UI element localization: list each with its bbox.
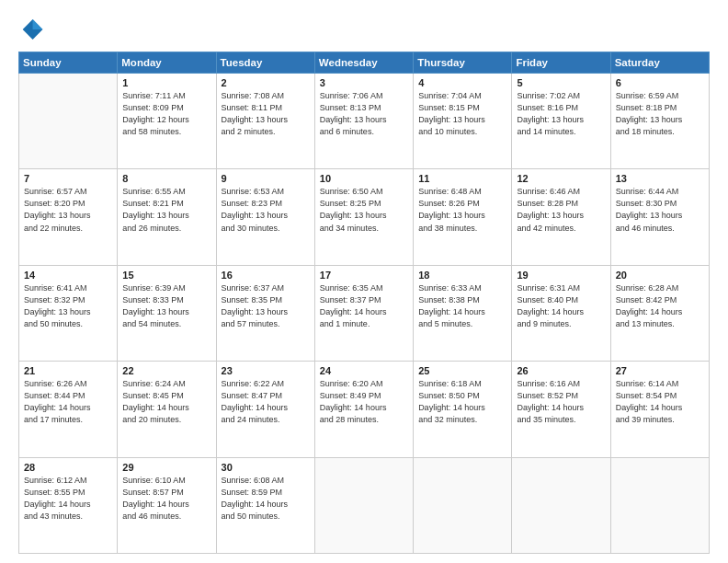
day-info: Sunrise: 6:31 AM Sunset: 8:40 PM Dayligh… xyxy=(517,282,605,330)
calendar-cell: 3Sunrise: 7:06 AM Sunset: 8:13 PM Daylig… xyxy=(314,74,413,169)
day-info: Sunrise: 6:50 AM Sunset: 8:25 PM Dayligh… xyxy=(320,186,408,234)
calendar-cell: 27Sunrise: 6:14 AM Sunset: 8:54 PM Dayli… xyxy=(610,362,709,457)
day-info: Sunrise: 6:41 AM Sunset: 8:32 PM Dayligh… xyxy=(24,282,112,330)
day-number: 10 xyxy=(320,173,408,184)
calendar-cell: 9Sunrise: 6:53 AM Sunset: 8:23 PM Daylig… xyxy=(216,169,314,265)
day-info: Sunrise: 6:48 AM Sunset: 8:26 PM Dayligh… xyxy=(418,186,506,234)
day-number: 9 xyxy=(222,173,310,184)
calendar-cell xyxy=(610,457,709,553)
calendar-cell: 5Sunrise: 7:02 AM Sunset: 8:16 PM Daylig… xyxy=(512,74,610,169)
calendar-cell: 22Sunrise: 6:24 AM Sunset: 8:45 PM Dayli… xyxy=(118,362,216,457)
day-info: Sunrise: 7:02 AM Sunset: 8:16 PM Dayligh… xyxy=(517,90,605,138)
day-number: 25 xyxy=(418,365,506,376)
calendar-cell: 19Sunrise: 6:31 AM Sunset: 8:40 PM Dayli… xyxy=(512,265,610,361)
weekday-header-wednesday: Wednesday xyxy=(314,52,413,74)
calendar-cell: 23Sunrise: 6:22 AM Sunset: 8:47 PM Dayli… xyxy=(216,362,314,457)
calendar-cell: 15Sunrise: 6:39 AM Sunset: 8:33 PM Dayli… xyxy=(118,265,216,361)
day-number: 4 xyxy=(418,77,506,88)
calendar-cell: 7Sunrise: 6:57 AM Sunset: 8:20 PM Daylig… xyxy=(19,169,118,265)
calendar-cell xyxy=(414,457,512,553)
day-number: 14 xyxy=(24,270,112,281)
calendar-cell xyxy=(512,457,610,553)
week-row-4: 21Sunrise: 6:26 AM Sunset: 8:44 PM Dayli… xyxy=(19,362,710,457)
weekday-header-saturday: Saturday xyxy=(610,52,709,74)
calendar-cell: 4Sunrise: 7:04 AM Sunset: 8:15 PM Daylig… xyxy=(414,74,512,169)
day-number: 8 xyxy=(122,173,210,184)
week-row-2: 7Sunrise: 6:57 AM Sunset: 8:20 PM Daylig… xyxy=(19,169,710,265)
calendar-cell: 18Sunrise: 6:33 AM Sunset: 8:38 PM Dayli… xyxy=(414,265,512,361)
day-number: 30 xyxy=(222,462,310,473)
day-number: 15 xyxy=(122,270,210,281)
weekday-header-monday: Monday xyxy=(118,52,216,74)
day-info: Sunrise: 6:59 AM Sunset: 8:18 PM Dayligh… xyxy=(616,90,704,138)
day-number: 19 xyxy=(517,270,605,281)
day-number: 27 xyxy=(616,365,704,376)
day-info: Sunrise: 6:24 AM Sunset: 8:45 PM Dayligh… xyxy=(122,378,210,426)
day-info: Sunrise: 6:22 AM Sunset: 8:47 PM Dayligh… xyxy=(222,378,310,426)
header xyxy=(18,17,710,42)
day-info: Sunrise: 6:20 AM Sunset: 8:49 PM Dayligh… xyxy=(320,378,408,426)
calendar-cell: 8Sunrise: 6:55 AM Sunset: 8:21 PM Daylig… xyxy=(118,169,216,265)
day-info: Sunrise: 6:55 AM Sunset: 8:21 PM Dayligh… xyxy=(122,186,210,234)
day-number: 3 xyxy=(320,77,408,88)
day-number: 11 xyxy=(418,173,506,184)
calendar-cell: 21Sunrise: 6:26 AM Sunset: 8:44 PM Dayli… xyxy=(19,362,118,457)
calendar-cell: 14Sunrise: 6:41 AM Sunset: 8:32 PM Dayli… xyxy=(19,265,118,361)
day-info: Sunrise: 6:35 AM Sunset: 8:37 PM Dayligh… xyxy=(320,282,408,330)
day-info: Sunrise: 6:33 AM Sunset: 8:38 PM Dayligh… xyxy=(418,282,506,330)
day-number: 28 xyxy=(24,462,112,473)
calendar-cell: 29Sunrise: 6:10 AM Sunset: 8:57 PM Dayli… xyxy=(118,457,216,553)
calendar-cell: 25Sunrise: 6:18 AM Sunset: 8:50 PM Dayli… xyxy=(414,362,512,457)
day-number: 7 xyxy=(24,173,112,184)
day-info: Sunrise: 6:28 AM Sunset: 8:42 PM Dayligh… xyxy=(616,282,704,330)
calendar-cell: 12Sunrise: 6:46 AM Sunset: 8:28 PM Dayli… xyxy=(512,169,610,265)
day-info: Sunrise: 6:39 AM Sunset: 8:33 PM Dayligh… xyxy=(122,282,210,330)
day-number: 16 xyxy=(222,270,310,281)
calendar-cell: 13Sunrise: 6:44 AM Sunset: 8:30 PM Dayli… xyxy=(610,169,709,265)
day-number: 13 xyxy=(616,173,704,184)
weekday-header-tuesday: Tuesday xyxy=(216,52,314,74)
week-row-3: 14Sunrise: 6:41 AM Sunset: 8:32 PM Dayli… xyxy=(19,265,710,361)
day-number: 2 xyxy=(222,77,310,88)
calendar-cell: 26Sunrise: 6:16 AM Sunset: 8:52 PM Dayli… xyxy=(512,362,610,457)
weekday-header-thursday: Thursday xyxy=(414,52,512,74)
calendar-cell xyxy=(19,74,118,169)
weekday-header-row: SundayMondayTuesdayWednesdayThursdayFrid… xyxy=(19,52,710,74)
calendar-cell: 16Sunrise: 6:37 AM Sunset: 8:35 PM Dayli… xyxy=(216,265,314,361)
calendar-cell: 30Sunrise: 6:08 AM Sunset: 8:59 PM Dayli… xyxy=(216,457,314,553)
calendar-cell: 17Sunrise: 6:35 AM Sunset: 8:37 PM Dayli… xyxy=(314,265,413,361)
day-number: 12 xyxy=(517,173,605,184)
day-info: Sunrise: 7:11 AM Sunset: 8:09 PM Dayligh… xyxy=(122,90,210,138)
day-info: Sunrise: 6:37 AM Sunset: 8:35 PM Dayligh… xyxy=(222,282,310,330)
day-info: Sunrise: 6:46 AM Sunset: 8:28 PM Dayligh… xyxy=(517,186,605,234)
day-number: 20 xyxy=(616,270,704,281)
calendar-cell: 11Sunrise: 6:48 AM Sunset: 8:26 PM Dayli… xyxy=(414,169,512,265)
day-number: 21 xyxy=(24,365,112,376)
day-number: 29 xyxy=(122,462,210,473)
day-info: Sunrise: 6:10 AM Sunset: 8:57 PM Dayligh… xyxy=(122,475,210,523)
day-number: 5 xyxy=(517,77,605,88)
day-info: Sunrise: 6:12 AM Sunset: 8:55 PM Dayligh… xyxy=(24,475,112,523)
svg-marker-1 xyxy=(33,19,43,29)
day-number: 24 xyxy=(320,365,408,376)
weekday-header-sunday: Sunday xyxy=(19,52,118,74)
calendar-table: SundayMondayTuesdayWednesdayThursdayFrid… xyxy=(18,52,710,554)
page: SundayMondayTuesdayWednesdayThursdayFrid… xyxy=(0,0,728,563)
logo-icon xyxy=(18,17,44,42)
weekday-header-friday: Friday xyxy=(512,52,610,74)
week-row-1: 1Sunrise: 7:11 AM Sunset: 8:09 PM Daylig… xyxy=(19,74,710,169)
calendar-cell: 28Sunrise: 6:12 AM Sunset: 8:55 PM Dayli… xyxy=(19,457,118,553)
day-info: Sunrise: 6:44 AM Sunset: 8:30 PM Dayligh… xyxy=(616,186,704,234)
calendar-cell xyxy=(314,457,413,553)
day-number: 26 xyxy=(517,365,605,376)
day-info: Sunrise: 6:08 AM Sunset: 8:59 PM Dayligh… xyxy=(222,475,310,523)
day-info: Sunrise: 6:26 AM Sunset: 8:44 PM Dayligh… xyxy=(24,378,112,426)
week-row-5: 28Sunrise: 6:12 AM Sunset: 8:55 PM Dayli… xyxy=(19,457,710,553)
calendar-cell: 20Sunrise: 6:28 AM Sunset: 8:42 PM Dayli… xyxy=(610,265,709,361)
day-number: 6 xyxy=(616,77,704,88)
day-info: Sunrise: 6:57 AM Sunset: 8:20 PM Dayligh… xyxy=(24,186,112,234)
day-number: 22 xyxy=(122,365,210,376)
calendar-cell: 6Sunrise: 6:59 AM Sunset: 8:18 PM Daylig… xyxy=(610,74,709,169)
calendar-cell: 1Sunrise: 7:11 AM Sunset: 8:09 PM Daylig… xyxy=(118,74,216,169)
day-info: Sunrise: 6:16 AM Sunset: 8:52 PM Dayligh… xyxy=(517,378,605,426)
